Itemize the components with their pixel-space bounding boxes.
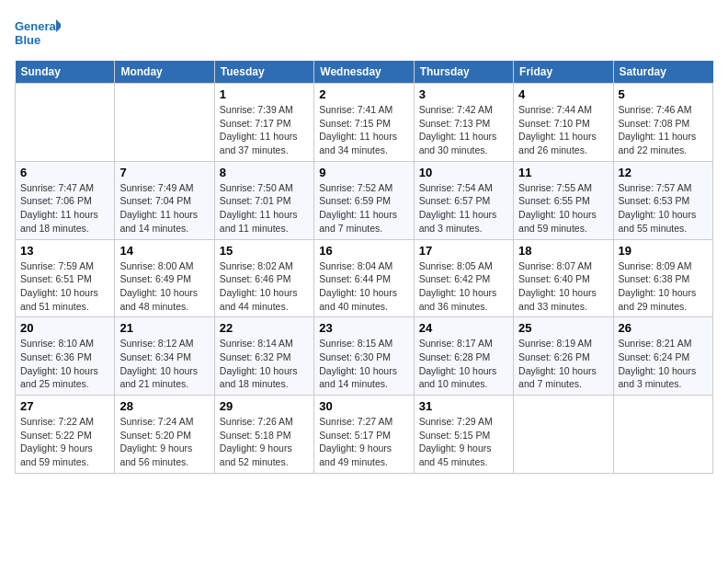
day-number: 18 [518, 244, 608, 258]
day-info: Sunrise: 8:21 AM Sunset: 6:24 PM Dayligh… [619, 337, 708, 391]
day-info: Sunrise: 7:39 AM Sunset: 7:17 PM Dayligh… [220, 103, 309, 157]
day-info: Sunrise: 7:46 AM Sunset: 7:08 PM Dayligh… [619, 103, 708, 157]
calendar-day-cell: 25Sunrise: 8:19 AM Sunset: 6:26 PM Dayli… [514, 317, 613, 396]
day-info: Sunrise: 7:22 AM Sunset: 5:22 PM Dayligh… [20, 415, 109, 469]
calendar-day-cell: 6Sunrise: 7:47 AM Sunset: 7:06 PM Daylig… [16, 161, 115, 239]
day-info: Sunrise: 7:42 AM Sunset: 7:13 PM Dayligh… [419, 103, 508, 157]
calendar-day-cell: 16Sunrise: 8:04 AM Sunset: 6:44 PM Dayli… [314, 239, 414, 317]
calendar-day-cell: 24Sunrise: 8:17 AM Sunset: 6:28 PM Dayli… [414, 317, 513, 396]
calendar-week-row: 20Sunrise: 8:10 AM Sunset: 6:36 PM Dayli… [16, 317, 713, 396]
day-info: Sunrise: 7:50 AM Sunset: 7:01 PM Dayligh… [220, 181, 309, 236]
calendar-day-cell: 22Sunrise: 8:14 AM Sunset: 6:32 PM Dayli… [214, 317, 313, 396]
day-number: 23 [319, 321, 408, 335]
calendar-day-cell: 8Sunrise: 7:50 AM Sunset: 7:01 PM Daylig… [214, 161, 313, 239]
day-info: Sunrise: 7:29 AM Sunset: 5:15 PM Dayligh… [419, 415, 508, 469]
day-number: 25 [518, 321, 608, 335]
calendar-day-cell: 11Sunrise: 7:55 AM Sunset: 6:55 PM Dayli… [514, 161, 613, 239]
day-info: Sunrise: 8:12 AM Sunset: 6:34 PM Dayligh… [119, 337, 209, 391]
day-info: Sunrise: 8:05 AM Sunset: 6:42 PM Dayligh… [419, 259, 508, 314]
day-number: 27 [20, 399, 109, 413]
calendar-day-cell: 28Sunrise: 7:24 AM Sunset: 5:20 PM Dayli… [115, 396, 214, 474]
day-info: Sunrise: 7:59 AM Sunset: 6:51 PM Dayligh… [20, 259, 109, 314]
day-info: Sunrise: 7:27 AM Sunset: 5:17 PM Dayligh… [319, 415, 408, 469]
day-info: Sunrise: 8:14 AM Sunset: 6:32 PM Dayligh… [220, 337, 309, 391]
day-number: 10 [419, 166, 508, 179]
day-info: Sunrise: 8:17 AM Sunset: 6:28 PM Dayligh… [419, 337, 508, 391]
calendar-day-cell: 14Sunrise: 8:00 AM Sunset: 6:49 PM Dayli… [115, 239, 214, 317]
calendar-day-cell: 23Sunrise: 8:15 AM Sunset: 6:30 PM Dayli… [314, 317, 414, 396]
calendar-day-cell: 31Sunrise: 7:29 AM Sunset: 5:15 PM Dayli… [414, 396, 513, 474]
day-number: 21 [119, 321, 209, 335]
day-number: 26 [619, 321, 708, 335]
day-number: 20 [20, 321, 109, 335]
day-info: Sunrise: 8:04 AM Sunset: 6:44 PM Dayligh… [319, 259, 408, 314]
calendar-day-cell: 17Sunrise: 8:05 AM Sunset: 6:42 PM Dayli… [414, 239, 513, 317]
weekday-header: Thursday [414, 61, 513, 84]
day-number: 3 [419, 87, 508, 101]
calendar-day-cell: 5Sunrise: 7:46 AM Sunset: 7:08 PM Daylig… [613, 84, 712, 162]
calendar-day-cell: 20Sunrise: 8:10 AM Sunset: 6:36 PM Dayli… [16, 317, 115, 396]
logo: General Blue [15, 15, 61, 52]
calendar-day-cell [613, 396, 712, 474]
day-info: Sunrise: 7:47 AM Sunset: 7:06 PM Dayligh… [20, 181, 109, 236]
weekday-header: Wednesday [314, 61, 414, 84]
day-number: 8 [220, 166, 309, 179]
day-number: 14 [119, 244, 209, 258]
calendar-day-cell: 10Sunrise: 7:54 AM Sunset: 6:57 PM Dayli… [414, 161, 513, 239]
calendar-day-cell: 2Sunrise: 7:41 AM Sunset: 7:15 PM Daylig… [314, 84, 414, 162]
day-info: Sunrise: 7:55 AM Sunset: 6:55 PM Dayligh… [518, 181, 608, 236]
calendar-day-cell: 29Sunrise: 7:26 AM Sunset: 5:18 PM Dayli… [214, 396, 313, 474]
calendar-day-cell: 18Sunrise: 8:07 AM Sunset: 6:40 PM Dayli… [514, 239, 613, 317]
day-info: Sunrise: 8:07 AM Sunset: 6:40 PM Dayligh… [518, 259, 608, 314]
weekday-header-row: SundayMondayTuesdayWednesdayThursdayFrid… [16, 61, 713, 84]
weekday-header: Friday [514, 61, 613, 84]
calendar-day-cell [16, 84, 115, 162]
day-info: Sunrise: 8:00 AM Sunset: 6:49 PM Dayligh… [119, 259, 209, 314]
day-number: 5 [619, 87, 708, 101]
day-number: 2 [319, 87, 408, 101]
day-number: 17 [419, 244, 508, 258]
day-number: 31 [419, 399, 508, 413]
weekday-header: Sunday [16, 61, 115, 84]
day-info: Sunrise: 8:15 AM Sunset: 6:30 PM Dayligh… [319, 337, 408, 391]
day-number: 9 [319, 166, 408, 179]
calendar-day-cell: 13Sunrise: 7:59 AM Sunset: 6:51 PM Dayli… [16, 239, 115, 317]
calendar-day-cell: 26Sunrise: 8:21 AM Sunset: 6:24 PM Dayli… [613, 317, 712, 396]
day-number: 12 [619, 166, 708, 179]
day-info: Sunrise: 8:02 AM Sunset: 6:46 PM Dayligh… [220, 259, 309, 314]
day-info: Sunrise: 7:44 AM Sunset: 7:10 PM Dayligh… [518, 103, 608, 157]
day-number: 1 [220, 87, 309, 101]
day-info: Sunrise: 7:49 AM Sunset: 7:04 PM Dayligh… [119, 181, 209, 236]
weekday-header: Monday [115, 61, 214, 84]
day-number: 7 [119, 166, 209, 179]
day-number: 16 [319, 244, 408, 258]
logo-svg: General Blue [15, 15, 61, 52]
day-info: Sunrise: 8:10 AM Sunset: 6:36 PM Dayligh… [20, 337, 109, 391]
calendar-week-row: 27Sunrise: 7:22 AM Sunset: 5:22 PM Dayli… [16, 396, 713, 474]
svg-text:General: General [15, 19, 59, 33]
calendar-day-cell: 9Sunrise: 7:52 AM Sunset: 6:59 PM Daylig… [314, 161, 414, 239]
weekday-header: Saturday [613, 61, 712, 84]
day-info: Sunrise: 7:24 AM Sunset: 5:20 PM Dayligh… [119, 415, 209, 469]
calendar-day-cell: 15Sunrise: 8:02 AM Sunset: 6:46 PM Dayli… [214, 239, 313, 317]
calendar-day-cell: 3Sunrise: 7:42 AM Sunset: 7:13 PM Daylig… [414, 84, 513, 162]
weekday-header: Tuesday [214, 61, 313, 84]
calendar-day-cell: 19Sunrise: 8:09 AM Sunset: 6:38 PM Dayli… [613, 239, 712, 317]
day-number: 6 [20, 166, 109, 179]
day-number: 30 [319, 399, 408, 413]
calendar-table: SundayMondayTuesdayWednesdayThursdayFrid… [15, 61, 713, 474]
day-info: Sunrise: 7:54 AM Sunset: 6:57 PM Dayligh… [419, 181, 508, 236]
calendar-week-row: 13Sunrise: 7:59 AM Sunset: 6:51 PM Dayli… [16, 239, 713, 317]
day-number: 15 [220, 244, 309, 258]
day-info: Sunrise: 7:52 AM Sunset: 6:59 PM Dayligh… [319, 181, 408, 236]
day-number: 28 [119, 399, 209, 413]
calendar-day-cell: 27Sunrise: 7:22 AM Sunset: 5:22 PM Dayli… [16, 396, 115, 474]
calendar-day-cell [514, 396, 613, 474]
calendar-day-cell [115, 84, 214, 162]
day-info: Sunrise: 7:57 AM Sunset: 6:53 PM Dayligh… [619, 181, 708, 236]
calendar-week-row: 1Sunrise: 7:39 AM Sunset: 7:17 PM Daylig… [16, 84, 713, 162]
page-header: General Blue [15, 15, 713, 52]
day-number: 4 [518, 87, 608, 101]
svg-text:Blue: Blue [15, 33, 40, 47]
day-info: Sunrise: 7:41 AM Sunset: 7:15 PM Dayligh… [319, 103, 408, 157]
